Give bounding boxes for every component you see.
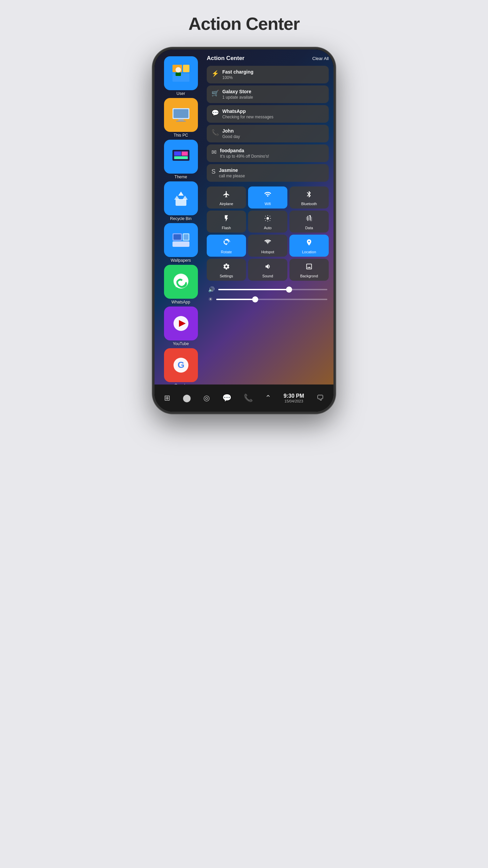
app-label-recycle: Recycle Bin [170,216,191,221]
toggle-label-airplane: Airplane [220,202,233,206]
toggle-label-flash: Flash [222,226,231,230]
toggle-icon-settings [223,263,230,272]
nav-multitask-icon[interactable]: ⊞ [164,394,170,402]
toggle-icon-background [305,263,313,272]
notification-jasmine[interactable]: SJasminecall me please [207,164,329,182]
slider-volume[interactable]: 🔊 [208,286,327,293]
svg-rect-5 [176,73,181,76]
page-title: Action Center [188,14,300,34]
app-icon-user [164,56,198,90]
svg-rect-15 [176,199,186,206]
notif-content-charging: Fast charging100% [222,69,324,80]
sidebar-app-recycle[interactable]: Recycle Bin [161,181,201,221]
slider-icon-volume: 🔊 [208,286,215,293]
toggle-icon-wifi [264,191,271,200]
app-label-wallpapers: Wallpapers [171,258,191,263]
sidebar-app-theme[interactable]: Theme [161,140,201,179]
phone-shell: User This PC Theme Recycle Bin Wallpaper… [152,47,336,414]
action-center-header: Action Center Clear All [207,55,329,62]
svg-rect-8 [178,119,184,121]
notif-icon-charging: ⚡ [211,70,219,77]
notif-content-foodpanda: foodpandaIt's up to 49% off Domino's! [220,148,324,159]
toggle-data[interactable]: Data [289,211,329,233]
toggle-label-rotate: Rotate [221,250,232,254]
action-center-title: Action Center [207,55,244,62]
notif-message-charging: 100% [222,75,324,80]
sidebar-app-whatsapp[interactable]: WhatsApp [161,265,201,304]
notification-john[interactable]: 📞JohnGood day [207,125,329,142]
svg-rect-14 [174,156,188,159]
toggle-auto[interactable]: Auto [248,211,287,233]
nav-up-icon[interactable]: ⌃ [265,394,271,402]
notif-icon-foodpanda: ✉ [211,149,217,156]
svg-rect-9 [176,121,186,122]
notif-content-galaxy: Galaxy Store1 update availale [222,89,324,100]
app-icon-wallpapers [164,223,198,257]
toggles-grid: AirplaneWifiBluetoothFlashAutoDataRotate… [207,186,329,281]
notif-message-foodpanda: It's up to 49% off Domino's! [220,154,324,159]
toggle-icon-auto [264,215,271,224]
phone-screen: User This PC Theme Recycle Bin Wallpaper… [155,50,333,412]
app-icon-google: G [164,348,198,382]
clock-widget: 9:30 PM 15/04/2023 [284,393,304,403]
toggle-wifi[interactable]: Wifi [248,186,287,209]
notif-icon-john: 📞 [211,129,219,136]
slider-thumb-brightness[interactable] [252,296,258,302]
notification-charging[interactable]: ⚡Fast charging100% [207,66,329,83]
sidebar-app-thispc[interactable]: This PC [161,98,201,138]
sidebar-app-google[interactable]: G Google [161,348,201,388]
nav-home-icon[interactable]: ⬤ [183,394,191,402]
toggle-icon-airplane [223,191,230,200]
sidebar-app-wallpapers[interactable]: Wallpapers [161,223,201,263]
notif-message-whatsapp: Checking for new messages [222,115,324,119]
app-icon-thispc [164,98,198,132]
toggle-airplane[interactable]: Airplane [207,186,246,209]
toggle-location[interactable]: Location [289,235,329,257]
toggle-icon-data [305,215,313,224]
toggle-label-settings: Settings [220,274,233,278]
nav-phone-icon[interactable]: 📞 [244,394,253,402]
app-label-theme: Theme [175,175,187,179]
notif-app-name-foodpanda: foodpanda [220,148,324,153]
toggle-label-background: Backgrond [300,274,318,278]
toggle-rotate[interactable]: Rotate [207,235,246,257]
toggle-label-hotspot: Hotspot [261,250,274,254]
slider-brightness[interactable]: ☀ [208,296,327,302]
sidebar-app-user[interactable]: User [161,56,201,96]
toggle-flash[interactable]: Flash [207,211,246,233]
toggle-background[interactable]: Backgrond [289,259,329,281]
slider-thumb-volume[interactable] [286,287,292,293]
app-icon-whatsapp [164,265,198,299]
nav-messages-icon[interactable]: 💬 [222,394,231,402]
sidebar-app-youtube[interactable]: YouTube [161,307,201,346]
toggle-hotspot[interactable]: Hotspot [248,235,287,257]
toggle-sound[interactable]: Sound [248,259,287,281]
notification-whatsapp[interactable]: 💬WhatsAppChecking for new messages [207,105,329,123]
toggle-bluetooth[interactable]: Bluetooth [289,186,329,209]
slider-track-brightness[interactable] [216,299,327,300]
toggle-settings[interactable]: Settings [207,259,246,281]
toggle-icon-rotate [223,239,230,248]
toggle-label-data: Data [305,226,313,230]
notif-app-name-jasmine: Jasmine [219,167,324,173]
app-label-whatsapp: WhatsApp [171,300,190,304]
notif-content-whatsapp: WhatsAppChecking for new messages [222,108,324,119]
nav-browser-icon[interactable]: ◎ [203,394,210,402]
toggle-icon-hotspot [264,239,271,248]
notif-icon-whatsapp: 💬 [211,109,219,117]
slider-track-volume[interactable] [218,289,327,290]
action-center-panel[interactable]: Action Center Clear All ⚡Fast charging10… [202,50,333,384]
notification-galaxy[interactable]: 🛒Galaxy Store1 update availale [207,85,329,103]
svg-rect-12 [174,152,181,156]
clear-all-button[interactable]: Clear All [312,56,329,61]
nav-notification-icon[interactable]: 🗨 [317,394,324,402]
notif-app-name-charging: Fast charging [222,69,324,75]
svg-rect-7 [174,109,188,118]
notif-message-galaxy: 1 update availale [222,95,324,100]
sidebar: User This PC Theme Recycle Bin Wallpaper… [155,50,207,384]
clock-time: 9:30 PM [284,393,304,399]
sliders-area: 🔊☀ [207,284,329,308]
svg-rect-13 [182,152,188,156]
notification-foodpanda[interactable]: ✉foodpandaIt's up to 49% off Domino's! [207,144,329,162]
toggle-label-wifi: Wifi [265,202,271,206]
